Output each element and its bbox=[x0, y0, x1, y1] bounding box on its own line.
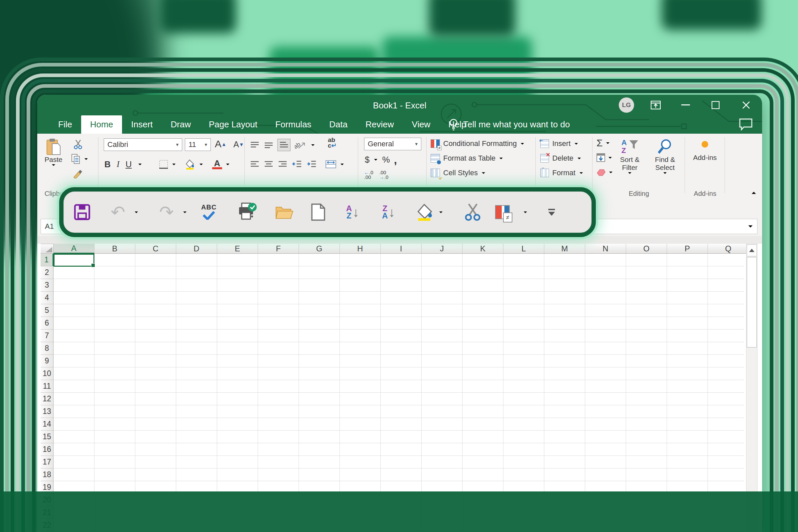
ribbon-display-options-button[interactable] bbox=[646, 97, 666, 113]
tab-file[interactable]: File bbox=[49, 115, 81, 134]
delete-cells-button[interactable]: ✕ Delete bbox=[540, 152, 582, 165]
number-format-dropdown-icon[interactable]: ▾ bbox=[415, 141, 418, 147]
sort-filter-button[interactable]: A Z Sort & Filter bbox=[614, 138, 646, 174]
merge-center-button[interactable] bbox=[325, 160, 337, 169]
fill-handle[interactable] bbox=[91, 263, 95, 267]
column-header-P[interactable]: P bbox=[667, 244, 708, 254]
undo-dropdown[interactable] bbox=[134, 191, 139, 233]
column-header-H[interactable]: H bbox=[340, 244, 381, 254]
row-header-7[interactable]: 7 bbox=[41, 329, 54, 342]
redo-button[interactable]: ↷ bbox=[159, 191, 174, 233]
column-header-E[interactable]: E bbox=[217, 244, 258, 254]
row-header-11[interactable]: 11 bbox=[41, 380, 54, 393]
sort-ascending-button[interactable]: AZ ↓ bbox=[346, 191, 359, 233]
conditional-formatting-qat-button[interactable]: ≠ bbox=[495, 191, 510, 233]
percent-button[interactable]: % bbox=[382, 155, 390, 165]
conditional-formatting-button[interactable]: ≠ Conditional Formatting bbox=[431, 137, 525, 150]
account-avatar[interactable]: LG bbox=[619, 97, 634, 113]
currency-button[interactable]: $ bbox=[365, 155, 369, 165]
top-align-button[interactable] bbox=[250, 141, 259, 149]
currency-dropdown-icon[interactable] bbox=[374, 158, 378, 161]
feedback-button[interactable] bbox=[739, 118, 753, 132]
wrap-text-button[interactable]: abc↵ bbox=[328, 137, 337, 148]
align-left-button[interactable] bbox=[250, 160, 259, 168]
row-header-6[interactable]: 6 bbox=[41, 317, 54, 329]
row-header-18[interactable]: 18 bbox=[41, 469, 54, 481]
tab-view[interactable]: View bbox=[403, 115, 440, 134]
underline-button[interactable]: U bbox=[125, 159, 132, 170]
addins-button[interactable]: Add-ins bbox=[689, 138, 721, 162]
cut-button[interactable] bbox=[73, 138, 83, 151]
maximize-button[interactable] bbox=[706, 97, 725, 113]
font-name-combo[interactable]: Calibri ▾ bbox=[104, 138, 182, 151]
fill-color-dropdown-icon[interactable] bbox=[199, 163, 204, 166]
column-header-B[interactable]: B bbox=[94, 244, 135, 254]
column-header-F[interactable]: F bbox=[258, 244, 299, 254]
row-header-10[interactable]: 10 bbox=[41, 367, 54, 380]
tab-home[interactable]: Home bbox=[81, 115, 122, 134]
column-header-A[interactable]: A bbox=[54, 244, 94, 254]
save-button[interactable] bbox=[74, 191, 91, 233]
fill-color-button[interactable] bbox=[185, 159, 195, 170]
tab-data[interactable]: Data bbox=[320, 115, 357, 134]
row-header-12[interactable]: 12 bbox=[41, 393, 54, 405]
column-header-K[interactable]: K bbox=[462, 244, 504, 254]
middle-align-button[interactable] bbox=[264, 141, 273, 149]
column-header-N[interactable]: N bbox=[585, 244, 626, 254]
increase-indent-button[interactable] bbox=[307, 160, 317, 168]
conditional-formatting-qat-dropdown[interactable] bbox=[523, 191, 528, 233]
redo-dropdown[interactable] bbox=[183, 191, 187, 233]
find-select-button[interactable]: Find & Select bbox=[649, 138, 681, 174]
italic-button[interactable]: I bbox=[117, 159, 120, 169]
sort-descending-button[interactable]: ZA ↓ bbox=[382, 191, 395, 233]
font-name-dropdown-icon[interactable]: ▾ bbox=[176, 141, 178, 148]
tab-review[interactable]: Review bbox=[357, 115, 403, 134]
scroll-up-button[interactable] bbox=[747, 244, 757, 256]
row-header-13[interactable]: 13 bbox=[41, 405, 54, 418]
align-right-button[interactable] bbox=[278, 160, 287, 168]
tab-formulas[interactable]: Formulas bbox=[266, 115, 320, 134]
orientation-dropdown-icon[interactable] bbox=[310, 144, 315, 147]
column-header-O[interactable]: O bbox=[626, 244, 667, 254]
orientation-button[interactable]: ab bbox=[294, 140, 306, 150]
undo-button[interactable]: ↶ bbox=[111, 191, 125, 233]
tab-draw[interactable]: Draw bbox=[162, 115, 200, 134]
row-header-2[interactable]: 2 bbox=[41, 266, 54, 279]
borders-dropdown-icon[interactable] bbox=[172, 163, 176, 166]
scrollbar-thumb[interactable] bbox=[747, 257, 757, 347]
font-color-button[interactable]: A bbox=[212, 159, 222, 169]
align-center-button[interactable] bbox=[264, 160, 273, 168]
underline-dropdown-icon[interactable] bbox=[138, 163, 142, 166]
row-header-4[interactable]: 4 bbox=[41, 291, 54, 304]
column-header-D[interactable]: D bbox=[176, 244, 217, 254]
paste-dropdown-icon[interactable] bbox=[51, 164, 56, 167]
row-header-5[interactable]: 5 bbox=[41, 304, 54, 317]
copy-dropdown-icon[interactable] bbox=[84, 158, 89, 160]
row-header-9[interactable]: 9 bbox=[41, 355, 54, 367]
merge-center-dropdown-icon[interactable] bbox=[340, 163, 344, 166]
increase-font-button[interactable]: A▲ bbox=[215, 138, 226, 150]
select-all-corner[interactable] bbox=[41, 244, 54, 254]
increase-decimal-button[interactable]: ←.0.00 bbox=[364, 170, 374, 179]
bold-button[interactable]: B bbox=[104, 159, 111, 170]
tab-insert[interactable]: Insert bbox=[122, 115, 162, 134]
column-header-C[interactable]: C bbox=[135, 244, 176, 254]
format-cells-button[interactable]: ↔ Format bbox=[540, 166, 584, 179]
row-header-16[interactable]: 16 bbox=[41, 443, 54, 456]
paste-button[interactable]: Paste bbox=[44, 138, 62, 167]
quick-print-button[interactable] bbox=[238, 191, 258, 233]
spelling-button[interactable]: ABC bbox=[201, 191, 216, 233]
expand-formula-bar-button[interactable] bbox=[747, 224, 754, 230]
comma-button[interactable]: , bbox=[394, 153, 397, 166]
format-painter-button[interactable] bbox=[73, 167, 82, 180]
column-header-G[interactable]: G bbox=[299, 244, 340, 254]
font-size-dropdown-icon[interactable]: ▾ bbox=[205, 141, 207, 148]
font-size-combo[interactable]: 11 ▾ bbox=[185, 138, 211, 151]
open-button[interactable] bbox=[275, 191, 294, 233]
cut-qat-button[interactable] bbox=[464, 191, 482, 233]
format-as-table-button[interactable]: Format as Table bbox=[431, 152, 504, 165]
fill-button[interactable] bbox=[596, 151, 612, 164]
cells-area[interactable] bbox=[54, 254, 744, 532]
row-header-8[interactable]: 8 bbox=[41, 342, 54, 355]
insert-cells-button[interactable]: ⇤ Insert bbox=[540, 137, 578, 150]
